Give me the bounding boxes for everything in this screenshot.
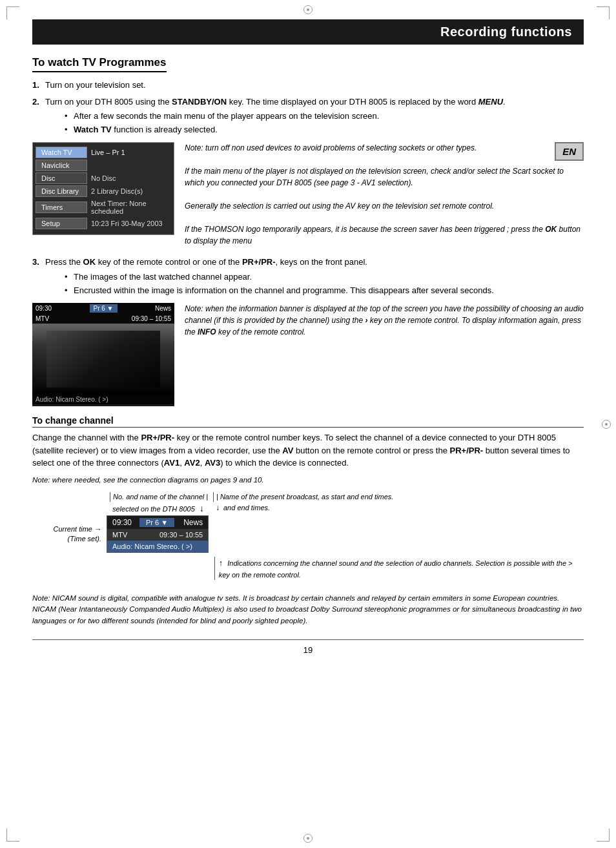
label-end-times: ↓and end times. [213, 503, 584, 512]
menu-item-disclibrary: Disc Library 2 Library Disc(s) [36, 185, 171, 197]
current-time-label: Current time → (Time set). [32, 524, 107, 544]
channel-diagram-wrapper: No. and name of the channel | | Name of … [32, 492, 584, 580]
tv-screenshot: 09:30 Pr 6 ▼ News MTV 09:30 – 10:55 Audi… [32, 303, 174, 406]
note2-text: Note: when the information banner is dis… [185, 303, 584, 338]
en-badge: EN [555, 142, 584, 161]
header-bar: Recording functions [32, 19, 584, 45]
page-footer: 19 [32, 639, 584, 655]
menu-item-watchtv: Watch TV Live – Pr 1 [36, 147, 171, 158]
ci-row1: 09:30 Pr 6 ▼ News [107, 516, 208, 529]
corner-mark-tl [6, 6, 19, 19]
tv-note-section: 09:30 Pr 6 ▼ News MTV 09:30 – 10:55 Audi… [32, 303, 584, 406]
section1-title: To watch TV Programmes [32, 56, 167, 72]
right-mid-registration [602, 420, 611, 429]
tv-info-row: MTV 09:30 – 10:55 [32, 314, 174, 324]
step-2: 2. Turn on your DTH 8005 using the STAND… [32, 96, 584, 136]
tv-channel-label: Pr 6 ▼ [90, 304, 118, 313]
section2-note-small: Note: where needed, see the connection d… [32, 475, 584, 486]
channel-info-box: 09:30 Pr 6 ▼ News MTV 09:30 – 10:55 Audi… [107, 515, 209, 553]
bottom-center-registration [303, 834, 313, 843]
bullet-1: After a few seconds the main menu of the… [65, 110, 584, 122]
top-center-registration [303, 5, 313, 14]
ci-channel-badge: Pr 6 ▼ [139, 518, 174, 527]
corner-mark-bl [6, 829, 19, 842]
steps-list-2: 3. Press the OK key of the remote contro… [32, 256, 584, 296]
step-3: 3. Press the OK key of the remote contro… [32, 256, 584, 296]
tv-channel-name: News [155, 305, 171, 312]
section2-para: Change the channel with the PR+/PR- key … [32, 431, 584, 470]
label-selected-dth: selected on the DTH 8005 ↓ [110, 503, 213, 514]
indications-label: ↑ Indications concerning the channel sou… [214, 557, 584, 580]
diagram-top-labels: No. and name of the channel | | Name of … [32, 492, 584, 502]
step2-bullets: After a few seconds the main menu of the… [65, 110, 584, 136]
step3-bullets: The images of the last watched channel a… [65, 271, 584, 296]
diagram-main-row: Current time → (Time set). 09:30 Pr 6 ▼ … [32, 515, 584, 553]
menu-item-timers: Timers Next Timer: None scheduled [36, 198, 171, 216]
corner-mark-br [597, 829, 610, 842]
ci-news: News [183, 518, 203, 527]
diagram-label-row2: selected on the DTH 8005 ↓ ↓and end time… [32, 503, 584, 514]
label-channel-no: No. and name of the channel | [110, 492, 213, 502]
page-title: Recording functions [440, 25, 572, 39]
ci-time-range: 09:30 – 10:55 [159, 531, 203, 539]
corner-mark-tr [597, 6, 610, 19]
note1-text: Note: turn off non used devices to avoid… [185, 142, 584, 247]
menu-item-naviclick: Naviclick [36, 160, 171, 171]
ci-row2: MTV 09:30 – 10:55 [107, 529, 208, 541]
tv-audio-bar: Audio: Nicam Stereo. ( >) [32, 395, 174, 404]
bullet-2: Watch TV function is already selected. [65, 124, 584, 136]
note3-text: Note: NICAM sound is digital, compatible… [32, 593, 584, 626]
ci-row3: Audio: Nicam Stereo. ( >) [107, 541, 208, 552]
tv-overlay-bar: 09:30 Pr 6 ▼ News [32, 303, 174, 314]
step3-bullet1: The images of the last watched channel a… [65, 271, 584, 283]
ci-station: MTV [112, 531, 127, 539]
section2-title: To change channel [32, 415, 584, 428]
steps-list: 1. Turn on your television set. 2. Turn … [32, 79, 584, 136]
step-1: 1. Turn on your television set. [32, 79, 584, 92]
menu-item-setup: Setup 10:23 Fri 30-May 2003 [36, 218, 171, 229]
note1-section: EN Note: turn off non used devices to av… [185, 142, 584, 247]
menu-note-section: Watch TV Live – Pr 1 Naviclick Disc No D… [32, 142, 584, 247]
step3-bullet2: Encrusted within the image is informatio… [65, 285, 584, 296]
menu-screenshot: Watch TV Live – Pr 1 Naviclick Disc No D… [32, 142, 174, 235]
tv-content-area [32, 324, 174, 395]
menu-item-disc: Disc No Disc [36, 172, 171, 184]
diagram-bottom-annotation: ↑ Indications concerning the channel sou… [32, 557, 584, 580]
label-broadcast-name: | Name of the present broadcast, as star… [213, 492, 584, 502]
